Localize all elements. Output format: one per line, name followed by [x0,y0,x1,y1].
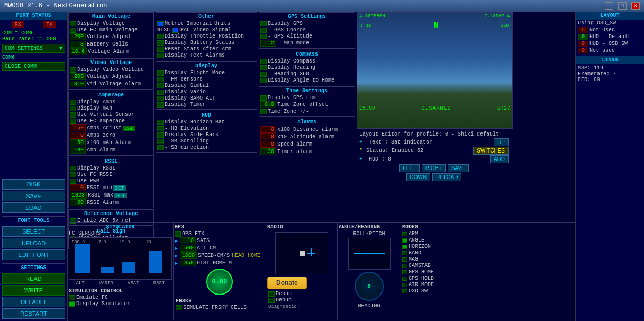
use-pwm-indicator[interactable] [70,179,76,184]
reload-button[interactable]: RELOAD [432,173,461,181]
gps-home-indicator[interactable] [402,270,407,274]
flight-mode-indicator[interactable] [157,70,164,76]
mode-mag: MAG [402,256,574,262]
gps-altitude-indicator[interactable] [260,34,267,39]
rssi-min-set-button[interactable]: SET [113,185,126,191]
debug1-indicator[interactable] [268,291,275,297]
display-compass-indicator[interactable] [260,59,267,64]
mode-gps-home: GPS HOME [402,269,574,275]
cal-button[interactable]: CAL [123,126,135,131]
com-settings-button[interactable]: COM SETTINGS ▼ [2,44,65,53]
hud-coords-left: 4.309586N [359,14,385,19]
gps-settings-title: GPS Settings [260,14,353,20]
horizon-bar-indicator[interactable] [157,120,164,125]
use-pwm-row: Use PWM [70,178,152,184]
debug2-indicator[interactable] [268,298,275,303]
rssi-max-set-button[interactable]: SET [114,193,127,198]
use-fc-rssi-indicator[interactable] [70,172,76,177]
radio-box [275,232,328,274]
right-button[interactable]: RIGHT [422,164,446,172]
modes-title: MODES [402,224,574,230]
gps-coords-indicator[interactable] [260,28,267,33]
maximize-button[interactable]: □ [618,2,627,10]
save-button[interactable]: SAVE [2,191,65,201]
display-amps-indicator[interactable] [70,100,76,105]
save-layout-button[interactable]: SAVE [448,164,469,172]
flight-mode-row: Display Flight Mode [157,70,256,76]
compass-title: Compass [260,51,353,57]
bar-chart-svg: 500.0 7.0 15.0 70 [69,238,167,279]
display-sim-indicator[interactable] [69,301,75,307]
gimbal-indicator[interactable] [157,83,164,88]
video-voltage-title: Video Voltage [70,60,152,66]
restart-button[interactable]: RESTART [2,308,65,319]
edit-font-button[interactable]: EDIT FONT [2,249,65,260]
window-controls[interactable]: _ □ ✕ [604,2,640,10]
layout-val-3: 0 [578,41,588,47]
use-fc-amperage-indicator[interactable] [70,119,76,124]
hb-elevation-indicator[interactable] [157,126,164,131]
display-mah-indicator[interactable] [70,106,76,111]
add-button[interactable]: ADD [490,155,509,163]
display-heading-indicator[interactable] [260,65,267,70]
baro-alt-indicator[interactable] [157,96,164,101]
emulate-fc-indicator[interactable] [69,295,75,300]
text-alarms-indicator[interactable] [157,53,164,58]
battery-status-indicator[interactable] [157,40,164,46]
display-voltage-indicator[interactable] [70,21,76,26]
down-button[interactable]: DOWN [406,173,431,181]
sb-scrolling-indicator[interactable] [157,139,164,144]
vid-voltage-adjust-value: 200 [70,73,86,80]
dist-value: 350 [180,260,196,266]
sb-direction-indicator[interactable] [157,145,164,150]
time-zone-pm-indicator[interactable] [260,109,267,114]
air-mode-indicator[interactable] [402,283,407,287]
use-virtual-sensor-indicator[interactable] [70,112,76,118]
osd-sw-indicator[interactable] [402,289,407,293]
metric-indicator[interactable] [157,21,164,26]
upload-button[interactable]: UPLOAD [2,238,65,248]
timer-indicator[interactable] [157,102,164,108]
read-button[interactable]: READ [2,273,65,284]
close-button[interactable]: ✕ [631,2,640,10]
angle-to-home-indicator[interactable] [260,78,267,83]
throttle-position-indicator[interactable] [157,34,164,39]
pal-indicator[interactable] [172,28,178,33]
app-title: MWOSD R1.6 - NextGeneration [4,2,107,10]
mag-indicator[interactable] [402,257,407,262]
heading-360-indicator[interactable] [260,72,267,77]
reset-stats-row: Reset Stats After Arm [157,46,256,52]
fm-sensors-indicator[interactable] [157,77,164,82]
use-fc-voltage-indicator[interactable] [70,28,76,33]
baro-indicator[interactable] [402,251,407,255]
switches-button[interactable]: SWITCHES [473,147,509,155]
time-settings-section: Time Settings Display GPS time 0.0 Time … [259,86,355,117]
reset-stats-indicator[interactable] [157,47,164,52]
minimize-button[interactable]: _ [605,2,613,10]
default-button[interactable]: DEFAULT [2,297,65,307]
vario-indicator[interactable] [157,90,164,95]
frsky-section: FRSKY SIMULATE FRSKY CELLS [175,297,265,312]
display-video-voltage-indicator[interactable] [70,67,76,73]
angle-indicator[interactable] [402,238,407,243]
close-comm-button[interactable]: CLOSE COMM [2,62,65,71]
gps-hold-indicator[interactable] [402,277,407,281]
donate-button[interactable]: Donate [267,277,307,289]
simulate-frsky-indicator[interactable] [176,305,182,310]
display-gps-indicator[interactable] [260,21,267,26]
roll-pitch-label: ROLL/PITCH [339,231,400,237]
disk-button[interactable]: DISK [2,179,65,190]
arm-indicator[interactable] [402,232,407,236]
load-button[interactable]: LOAD [2,202,65,213]
left-button[interactable]: LEFT [399,164,419,172]
gps-fix-indicator[interactable] [175,231,181,237]
side-bars-indicator[interactable] [157,132,164,138]
up-button[interactable]: UP [494,138,509,146]
display-gps-time-indicator[interactable] [260,95,267,101]
write-button[interactable]: WRITE [2,285,65,296]
camstab-indicator[interactable] [402,264,407,268]
radio-cursor [300,251,305,256]
display-rssi-indicator[interactable] [70,166,76,171]
horizon-indicator[interactable] [402,245,407,249]
select-button[interactable]: SELECT [2,226,65,237]
